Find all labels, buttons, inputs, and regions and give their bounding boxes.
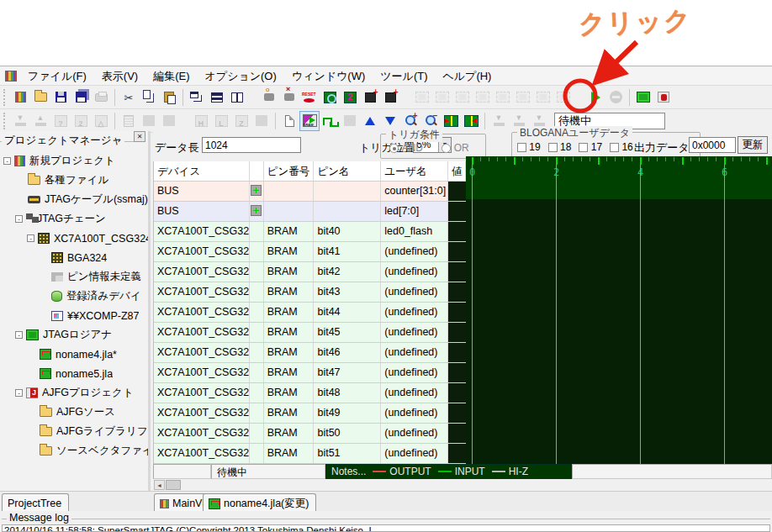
table-row[interactable]: BUScounter[31:0] xyxy=(154,182,466,202)
marker-left-button[interactable] xyxy=(461,111,481,131)
message-log-body[interactable]: 2014/10/16 11:58:58: SuperSmartJTAG (C)C… xyxy=(2,524,770,532)
table-row[interactable]: XC7A100T_CSG324BRAMbit40led0_flash xyxy=(154,222,466,242)
toolbar-grip[interactable] xyxy=(3,89,8,106)
tree-item-12[interactable]: -AJFGプロジェクト xyxy=(0,383,148,403)
user-bit-18[interactable]: 18 xyxy=(548,141,572,153)
download-to-device-button[interactable] xyxy=(10,111,30,131)
blank-op-3-button[interactable] xyxy=(251,111,272,131)
save-all-button[interactable] xyxy=(71,87,91,108)
menu-item-6[interactable]: ヘルプ(H) xyxy=(435,67,499,86)
connect-cable-button[interactable] xyxy=(259,87,279,108)
menu-item-2[interactable]: 編集(E) xyxy=(145,67,197,86)
column-header[interactable]: ユーザ名 xyxy=(381,161,448,181)
table-row[interactable]: XC7A100T_CSG324BRAMbit45(undefined) xyxy=(154,323,466,343)
expand-bus-icon[interactable] xyxy=(251,205,262,216)
mainview-hscrollbar[interactable]: ◄ xyxy=(153,479,772,491)
checkbox-icon[interactable] xyxy=(517,143,526,152)
device-mode-2-button[interactable] xyxy=(71,111,91,131)
blank-op-1-button[interactable] xyxy=(139,111,159,131)
tree-expander-icon[interactable]: - xyxy=(15,389,23,397)
open-file-button[interactable] xyxy=(30,87,50,108)
tree-expander-icon[interactable]: - xyxy=(27,234,34,242)
disconnect-cable-button[interactable] xyxy=(279,87,299,108)
table-row[interactable]: XC7A100T_CSG324BRAMbit47(undefined) xyxy=(154,363,466,383)
tree-item-0[interactable]: -新規プロジェクト xyxy=(0,151,148,171)
reset-device-button[interactable] xyxy=(299,87,320,108)
update-button[interactable]: 更新 xyxy=(738,136,768,154)
cascade-windows-button[interactable] xyxy=(187,87,207,108)
print-button[interactable] xyxy=(91,87,111,108)
tree-item-9[interactable]: -JTAGロジアナ xyxy=(0,325,148,345)
column-header[interactable]: ピン番号 xyxy=(264,161,315,181)
close-icon[interactable]: ✕ xyxy=(134,131,145,142)
table-row[interactable]: XC7A100T_CSG324BRAMbit46(undefined) xyxy=(154,343,466,363)
column-header[interactable] xyxy=(250,161,264,181)
tree-item-8[interactable]: ¥¥XCOMP-Z87 xyxy=(0,306,148,325)
user-bit-19[interactable]: 19 xyxy=(517,141,541,153)
table-row[interactable]: XC7A100T_CSG324BRAMbit43(undefined) xyxy=(154,282,466,303)
tree-item-4[interactable]: -XC7A100T_CSG324 xyxy=(0,229,148,248)
checkbox-icon[interactable] xyxy=(548,143,558,152)
waveform-panel[interactable]: 0246 xyxy=(466,156,772,464)
expand-bus-icon[interactable] xyxy=(251,185,262,196)
device-op-8-button[interactable] xyxy=(553,87,574,108)
tree-expander-icon[interactable]: - xyxy=(15,215,23,223)
signal-up-button[interactable] xyxy=(360,111,380,131)
pin-high-button[interactable] xyxy=(191,111,211,131)
tile-vertical-button[interactable] xyxy=(227,87,247,108)
output-data-input[interactable] xyxy=(689,137,736,153)
tree-item-1[interactable]: 各種ファイル xyxy=(0,171,148,190)
upload-from-device-button[interactable] xyxy=(30,111,50,131)
write-op-1-button[interactable] xyxy=(489,111,509,131)
and-radio[interactable]: AND xyxy=(389,141,423,154)
device-op-3-button[interactable] xyxy=(452,87,473,108)
user-bit-17[interactable]: 17 xyxy=(579,141,602,153)
tree-expander-icon[interactable]: - xyxy=(15,331,23,339)
column-header[interactable]: ピン名 xyxy=(314,161,381,181)
tree-item-11[interactable]: noname5.jla xyxy=(0,364,148,383)
table-row[interactable]: BUSled[7:0] xyxy=(154,202,466,222)
table-row[interactable]: XC7A100T_CSG324BRAMbit42(undefined) xyxy=(154,262,466,282)
bram-capture-button[interactable] xyxy=(299,111,320,131)
pin-hiz-button[interactable] xyxy=(231,111,251,131)
device-op-5-button[interactable] xyxy=(493,87,513,108)
scroll-left-icon[interactable]: ◄ xyxy=(154,480,165,490)
tab-document[interactable]: noname4.jla(変更) xyxy=(203,493,316,511)
blank-op-4-button[interactable] xyxy=(340,111,360,131)
tree-item-15[interactable]: ソースベクタファイル xyxy=(0,441,148,461)
chip-view-button[interactable] xyxy=(653,87,674,108)
run-capture-button[interactable] xyxy=(585,87,605,108)
tile-horizontal-button[interactable] xyxy=(207,87,227,108)
table-row[interactable]: XC7A100T_CSG324BRAMbit49(undefined) xyxy=(154,403,466,424)
toolbar-grip[interactable] xyxy=(3,113,8,129)
device-op-6-button[interactable] xyxy=(513,87,533,108)
stop-capture-button[interactable] xyxy=(605,87,626,108)
tree-item-5[interactable]: BGA324 xyxy=(0,248,148,267)
tree-item-3[interactable]: -JTAGチェーン xyxy=(0,209,148,229)
tree-item-10[interactable]: noname4.jla* xyxy=(0,345,148,364)
tree-item-2[interactable]: JTAGケーブル(ssmaj) xyxy=(0,190,148,209)
table-row[interactable]: XC7A100T_CSG324BRAMbit48(undefined) xyxy=(154,383,466,403)
column-header[interactable]: デバイス xyxy=(154,161,250,181)
copy-button[interactable] xyxy=(139,87,159,108)
table-row[interactable]: XC7A100T_CSG324BRAMbit41(undefined) xyxy=(154,242,466,262)
route-chain-button[interactable] xyxy=(340,87,360,108)
table-row[interactable]: XC7A100T_CSG324BRAMbit44(undefined) xyxy=(154,303,466,323)
device-op-7-button[interactable] xyxy=(533,87,553,108)
data-length-input[interactable] xyxy=(202,137,301,153)
checkbox-icon[interactable] xyxy=(579,143,588,152)
pin-low-button[interactable] xyxy=(211,111,231,131)
tree-item-13[interactable]: AJFGソース xyxy=(0,403,148,422)
menu-item-3[interactable]: オプション(O) xyxy=(198,67,284,86)
device-alarm-button[interactable] xyxy=(91,111,111,131)
new-waveform-button[interactable] xyxy=(279,111,299,131)
notes-label[interactable]: Notes... xyxy=(331,466,366,477)
paste-button[interactable] xyxy=(159,87,179,108)
scan-chain-button[interactable] xyxy=(320,87,340,108)
query-device-button[interactable] xyxy=(50,111,71,131)
add-device-button[interactable] xyxy=(360,87,380,108)
tree-item-7[interactable]: 登録済みデバイ xyxy=(0,287,148,306)
table-row[interactable]: XC7A100T_CSG324BRAMbit51(undefined) xyxy=(154,444,466,464)
tree-expander-icon[interactable]: - xyxy=(3,157,11,165)
tree-item-14[interactable]: AJFGライブラリファイ xyxy=(0,422,148,441)
